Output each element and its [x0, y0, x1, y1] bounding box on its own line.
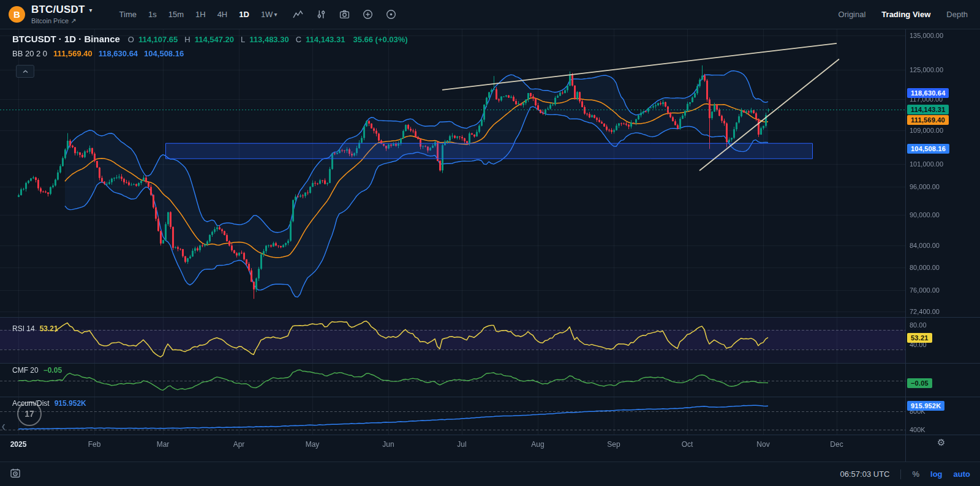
auto-scale-button[interactable]: auto [954, 469, 970, 479]
price-axis-tick: 125,000.00 [910, 66, 943, 73]
time-axis-label-dec: Dec [830, 440, 843, 449]
rsi-axis-tick: 80.00 [910, 321, 927, 329]
time-axis-label-jul: Jul [457, 440, 466, 449]
interval-more-chevron-icon[interactable]: ▾ [274, 11, 277, 18]
price-badge: 111,569.40 [907, 115, 949, 125]
chevron-down-icon[interactable]: ▾ [89, 7, 92, 13]
interval-button-1w[interactable]: 1W [261, 10, 273, 19]
time-axis-label-sep: Sep [607, 440, 620, 449]
price-badge: 118,630.64 [907, 88, 949, 98]
price-badge: 104,508.16 [907, 144, 949, 154]
log-scale-button[interactable]: log [930, 469, 943, 479]
price-axis-tick: 96,000.00 [910, 183, 940, 190]
chart-style-icon[interactable] [293, 9, 303, 20]
ad-axis-tick: 400K [910, 426, 925, 433]
time-axis[interactable]: 2025FebMarAprMayJunJulAugSepOctNovDec [0, 435, 905, 458]
time-axis-label-aug: Aug [531, 440, 544, 449]
price-axis-tick: 84,000.00 [910, 242, 940, 249]
interval-button-1h[interactable]: 1H [195, 10, 206, 19]
view-tab-original[interactable]: Original [839, 10, 866, 19]
price-axis-tick: 101,000.00 [910, 160, 943, 168]
time-axis-label-may: May [306, 440, 320, 449]
top-toolbar: B BTC/USDT ▾ Bitcoin Price ↗ Time1s15m1H… [0, 0, 980, 29]
time-axis-label-jun: Jun [382, 440, 394, 449]
time-axis-label-feb: Feb [88, 440, 101, 449]
crosshair-target-icon[interactable] [386, 9, 396, 20]
watermark-badge: 17 [17, 402, 42, 426]
interval-button-1d[interactable]: 1D [239, 10, 249, 19]
date-range-icon[interactable] [10, 468, 21, 481]
symbol-block[interactable]: BTC/USDT ▾ Bitcoin Price ↗ [31, 4, 92, 24]
time-axis-label-2025: 2025 [10, 440, 27, 449]
time-axis-label-apr: Apr [233, 440, 245, 449]
indicators-icon[interactable] [316, 9, 326, 20]
status-bar: 06:57:03 UTC % log auto [0, 462, 980, 486]
price-axis-tick: 90,000.00 [910, 211, 940, 219]
gear-icon[interactable]: ⚙ [937, 437, 945, 448]
time-axis-label-oct: Oct [682, 440, 693, 449]
symbol-title[interactable]: BTC/USDT [31, 4, 85, 16]
divider [900, 469, 901, 479]
symbol-subtitle-link[interactable]: Bitcoin Price ↗ [31, 17, 92, 24]
trading-chart-app: B BTC/USDT ▾ Bitcoin Price ↗ Time1s15m1H… [0, 0, 980, 486]
price-axis[interactable]: 135,000.00125,000.00117,000.00109,000.00… [905, 29, 980, 435]
view-tab-trading-view[interactable]: Trading View [881, 10, 930, 19]
bitcoin-logo-icon: B [9, 6, 25, 23]
clock-time: 06:57:03 UTC [840, 469, 890, 479]
interval-button-1s[interactable]: 1s [148, 10, 157, 19]
price-chart-canvas[interactable] [0, 29, 980, 462]
price-axis-tick: 76,000.00 [910, 286, 940, 294]
price-axis-tick: 72,400.00 [910, 308, 940, 315]
price-badge: 114,143.31 [907, 105, 949, 114]
interval-button-15m[interactable]: 15m [168, 10, 184, 19]
pane-collapse-arrow[interactable]: ❮ [1, 424, 6, 430]
price-axis-tick: 135,000.00 [910, 32, 943, 39]
ad-value-badge: 915.952K [907, 401, 944, 411]
view-mode-tabs: OriginalTrading ViewDepth [839, 10, 971, 19]
add-alert-plus-icon[interactable] [363, 9, 373, 20]
view-tab-depth[interactable]: Depth [946, 10, 968, 19]
price-axis-tick: 109,000.00 [910, 127, 943, 134]
cmf-value-badge: −0.05 [907, 378, 932, 388]
percent-scale-button[interactable]: % [912, 469, 919, 479]
interval-buttons: Time1s15m1H4H1D1W [119, 10, 273, 19]
time-axis-label-nov: Nov [756, 440, 769, 449]
rsi-value-badge: 53.21 [907, 333, 932, 343]
interval-button-4h[interactable]: 4H [217, 10, 228, 19]
status-bar-right: 06:57:03 UTC % log auto [840, 469, 970, 479]
camera-snapshot-icon[interactable] [339, 9, 350, 20]
price-axis-tick: 80,000.00 [910, 264, 940, 271]
legend-collapse-button[interactable] [16, 65, 34, 78]
time-axis-label-mar: Mar [157, 440, 170, 449]
toolbar-icons [293, 9, 396, 20]
interval-button-time[interactable]: Time [119, 10, 137, 19]
